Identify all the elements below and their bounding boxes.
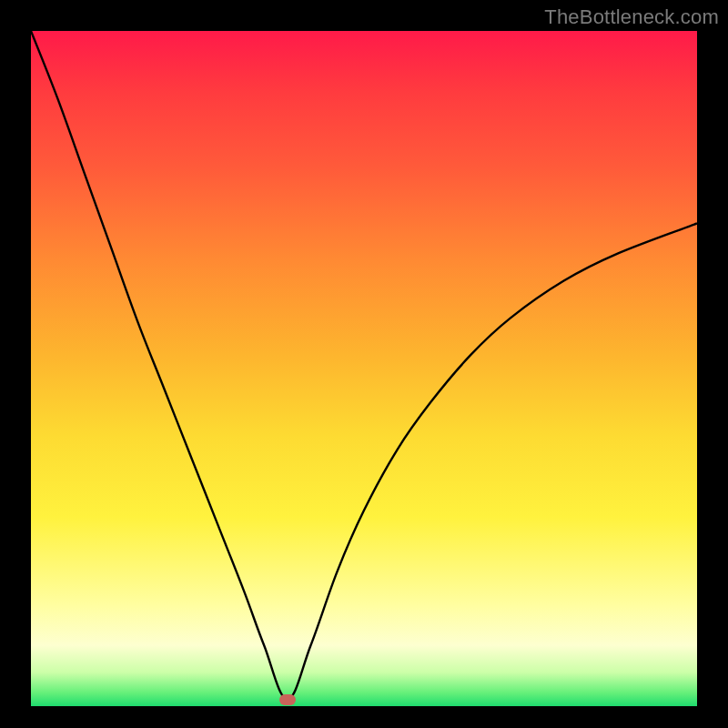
plot-area bbox=[31, 31, 697, 706]
watermark-text: TheBottleneck.com bbox=[544, 5, 719, 29]
chart-frame: TheBottleneck.com bbox=[0, 0, 728, 728]
curve-path bbox=[31, 31, 697, 700]
optimum-marker bbox=[279, 694, 296, 705]
bottleneck-curve bbox=[31, 31, 697, 706]
